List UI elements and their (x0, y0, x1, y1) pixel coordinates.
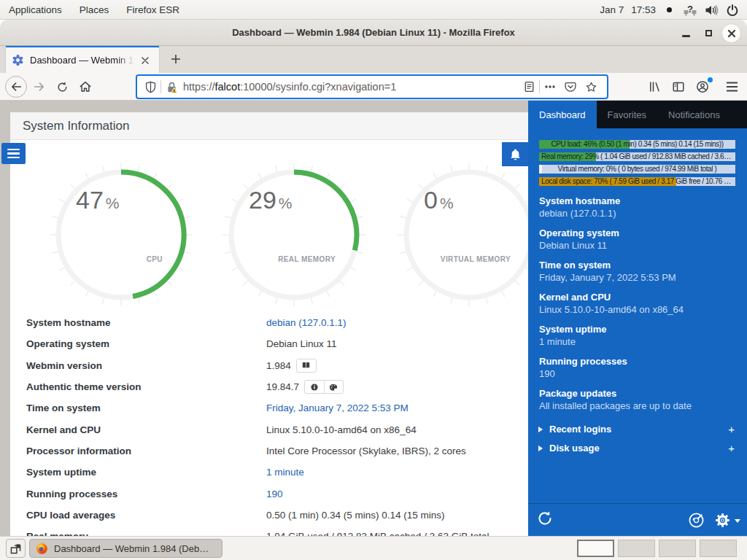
library-icon[interactable] (643, 76, 665, 98)
info-value-link[interactable]: Friday, January 7, 2022 5:53 PM (266, 397, 409, 419)
info-value-link[interactable]: 190 (266, 483, 283, 505)
info-value-text: 0.50 (1 min) 0.34 (5 mins) 0.14 (15 mins… (266, 505, 445, 526)
app-menu-icon[interactable] (721, 76, 743, 98)
panel-tab-notifications[interactable]: Notifications (657, 101, 731, 128)
triangle-right-icon (538, 427, 543, 432)
panel-tab-favorites[interactable]: Favorites (597, 101, 657, 128)
info-row-value: 1.04 GiB used / 912.83 MiB cached / 3.63… (266, 526, 489, 536)
window-titlebar[interactable]: Dashboard — Webmin 1.984 (Debian Linux 1… (0, 20, 747, 46)
info-row: Time on systemFriday, January 7, 2022 5:… (10, 397, 528, 419)
info-value-text: Linux 5.10.0-10-amd64 on x86_64 (266, 419, 417, 440)
sidebar-toggle-button[interactable] (1, 143, 26, 164)
triangle-right-icon (538, 446, 543, 451)
dashboard-panel: DashboardFavoritesNotifications CPU load… (528, 101, 747, 536)
info-row-label: Operating system (26, 333, 109, 354)
panel-collapsible-recent-logins[interactable]: Recent logins+ (528, 420, 747, 439)
url-text[interactable]: https://falcot:10000/sysinfo.cgi?xnaviga… (182, 81, 519, 93)
info-row-value[interactable]: 1 minute (266, 462, 304, 483)
expand-plus-icon[interactable]: + (728, 420, 735, 439)
reload-button[interactable] (50, 73, 74, 101)
panel-section-title: Time on system (539, 259, 736, 271)
progress-text: Real memory: 29% ( 1.04 GiB used / 912.8… (539, 152, 735, 161)
page-actions-icon[interactable] (540, 77, 560, 97)
info-value-link[interactable]: 1 minute (266, 462, 304, 483)
tab-bar: Dashboard — Webmin 1.984 (Debian Linux 1… (0, 46, 747, 73)
expand-plus-icon[interactable]: + (728, 439, 735, 458)
navigation-toolbar: https://falcot:10000/sysinfo.cgi?xnaviga… (0, 73, 747, 101)
info-row-value[interactable]: 190 (266, 483, 283, 505)
info-row: Real memory1.04 GiB used / 912.83 MiB ca… (10, 526, 528, 536)
workspace-2[interactable] (618, 540, 655, 557)
firefox-icon (36, 542, 48, 555)
applications-menu[interactable]: Applications (0, 0, 71, 19)
panel-progress-bar: Real memory: 29% ( 1.04 GiB used / 912.8… (539, 152, 735, 161)
mini-button-group (304, 380, 344, 394)
show-desktop-button[interactable] (6, 539, 26, 558)
caret-down-icon (735, 519, 740, 523)
close-button[interactable] (721, 23, 741, 43)
workspace-4[interactable] (700, 540, 737, 557)
reader-mode-icon[interactable] (519, 77, 539, 97)
panel-tab-dashboard[interactable]: Dashboard (528, 101, 597, 128)
gauge-ring (48, 162, 194, 308)
sidebars-icon[interactable] (667, 76, 689, 98)
gauge-percent: 47% (76, 186, 120, 214)
tab-close-icon[interactable] (138, 53, 152, 68)
forward-button[interactable] (28, 73, 51, 101)
panel-section: Package updatesAll installed packages ar… (539, 387, 736, 412)
workspace-3[interactable] (659, 540, 696, 557)
url-bar[interactable]: https://falcot:10000/sysinfo.cgi?xnaviga… (136, 74, 608, 99)
panel-progress-bar: CPU load: 46% (0.50 (1 min) 0.34 (5 mins… (539, 140, 735, 149)
gear-icon (715, 513, 730, 528)
home-button[interactable] (74, 73, 97, 101)
back-button[interactable] (4, 73, 28, 101)
bookmark-star-icon[interactable] (581, 77, 601, 97)
gauge-real-memory: 29%REAL MEMORY (221, 162, 367, 308)
power-icon[interactable] (725, 3, 740, 18)
gauge-percent: 0% (424, 186, 454, 214)
info-value-link[interactable]: debian (127.0.1.1) (266, 312, 347, 333)
minimize-button[interactable] (682, 35, 690, 37)
volume-icon[interactable] (704, 3, 719, 18)
info-value-text: 19.84.7 (266, 376, 299, 397)
padlock-warning-icon[interactable] (161, 77, 182, 97)
maximize-button[interactable] (705, 30, 712, 36)
account-icon[interactable] (692, 76, 713, 98)
panel-section: Operating systemDebian Linux 11 (539, 227, 736, 252)
system-info-table: System hostnamedebian (127.0.1.1)Operati… (10, 312, 528, 536)
network-icon[interactable]: ? (683, 3, 697, 18)
new-tab-button[interactable] (166, 50, 185, 69)
firefox-esr-menu[interactable]: Firefox ESR (117, 0, 188, 19)
mini-button-group (296, 359, 317, 373)
palette-mini-button[interactable] (324, 381, 343, 393)
pocket-icon[interactable] (560, 77, 581, 97)
info-value-text: 1.04 GiB used / 912.83 MiB cached / 3.63… (266, 526, 489, 536)
gauge-label: CPU (147, 255, 163, 263)
browser-tab[interactable]: Dashboard — Webmin 1.984 (Debian Linux 1… (6, 46, 159, 73)
info-row-value[interactable]: Friday, January 7, 2022 5:53 PM (266, 397, 409, 419)
gauge-ring (221, 162, 367, 308)
taskbar-window-button[interactable]: Dashboard — Webmin 1.984 (Deb… (29, 539, 222, 558)
info-row: Authentic theme version19.84.7 (10, 376, 528, 397)
workspace-1[interactable] (577, 540, 614, 557)
info-row-value[interactable]: debian (127.0.1.1) (266, 312, 347, 333)
panel-collapsible-disk-usage[interactable]: Disk usage+ (528, 439, 747, 458)
speedometer-icon[interactable] (688, 512, 705, 529)
info-row: CPU load averages0.50 (1 min) 0.34 (5 mi… (10, 505, 528, 526)
notifications-bell-button[interactable] (502, 142, 528, 166)
panel-section: System hostnamedebian (127.0.1.1) (539, 195, 736, 219)
tab-title: Dashboard — Webmin 1.984 (Debian Linux 1… (30, 55, 136, 66)
gauge-percent: 29% (249, 186, 293, 214)
refresh-icon[interactable] (536, 510, 554, 527)
info-row-label: CPU load averages (26, 505, 115, 526)
account-notification-dot (708, 77, 713, 82)
clock[interactable]: Jan 7 17:53 (600, 4, 656, 15)
info-mini-button[interactable] (305, 381, 324, 393)
panel-section: Time on systemFriday, January 7, 2022 5:… (539, 259, 736, 284)
tracking-protection-shield-icon[interactable] (140, 77, 160, 97)
book-mini-button[interactable] (297, 359, 316, 372)
url-path: :10000/sysinfo.cgi?xnavigation=1 (240, 81, 396, 93)
settings-gear-button[interactable] (715, 511, 743, 529)
taskbar: Dashboard — Webmin 1.984 (Deb… (0, 536, 747, 560)
places-menu[interactable]: Places (71, 0, 118, 19)
